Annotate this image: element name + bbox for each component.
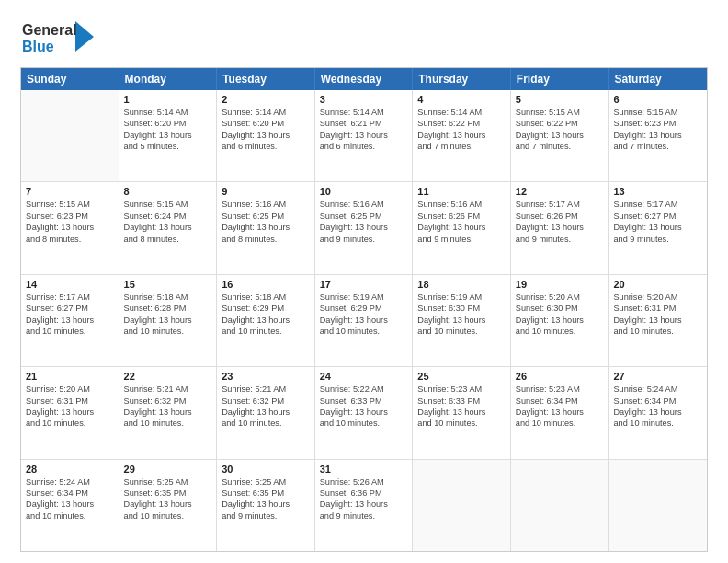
cell-line: Daylight: 13 hours (320, 130, 408, 141)
cell-line: Sunset: 6:36 PM (320, 488, 408, 499)
cell-line: Daylight: 13 hours (613, 130, 702, 141)
cell-line: Daylight: 13 hours (222, 499, 310, 510)
cell-line: Sunrise: 5:17 AM (613, 199, 702, 210)
cell-line: Sunrise: 5:18 AM (222, 292, 310, 303)
calendar-cell-day-25: 25Sunrise: 5:23 AMSunset: 6:33 PMDayligh… (413, 367, 511, 458)
cell-line: Daylight: 13 hours (417, 315, 506, 326)
calendar-cell-day-17: 17Sunrise: 5:19 AMSunset: 6:29 PMDayligh… (315, 275, 414, 366)
svg-marker-0 (75, 21, 94, 52)
cell-line: Sunrise: 5:23 AM (516, 384, 604, 395)
cell-line: Sunset: 6:27 PM (613, 211, 702, 222)
cell-line: Daylight: 13 hours (320, 222, 408, 233)
cell-line: Daylight: 13 hours (26, 499, 114, 510)
cell-line: and 10 minutes. (26, 326, 114, 337)
day-number: 3 (320, 94, 408, 105)
cell-line: Sunrise: 5:25 AM (124, 477, 212, 488)
day-number: 22 (124, 371, 212, 382)
cell-line: and 10 minutes. (320, 326, 408, 337)
cell-line: and 7 minutes. (613, 141, 702, 152)
cell-line: and 9 minutes. (320, 234, 408, 245)
cell-line: Daylight: 13 hours (320, 315, 408, 326)
calendar-cell-day-22: 22Sunrise: 5:21 AMSunset: 6:32 PMDayligh… (119, 367, 218, 458)
cell-line: Sunrise: 5:14 AM (124, 107, 212, 118)
cell-line: Daylight: 13 hours (124, 130, 212, 141)
cell-line: Sunrise: 5:21 AM (124, 384, 212, 395)
cell-line: and 10 minutes. (417, 326, 506, 337)
cell-line: Sunset: 6:30 PM (516, 303, 604, 314)
calendar-row-5: 28Sunrise: 5:24 AMSunset: 6:34 PMDayligh… (21, 460, 707, 551)
cell-line: Sunrise: 5:18 AM (124, 292, 212, 303)
day-number: 10 (320, 186, 408, 197)
cell-line: Sunset: 6:30 PM (417, 303, 506, 314)
cell-line: Sunset: 6:29 PM (222, 303, 310, 314)
day-number: 29 (124, 464, 212, 475)
cell-line: Sunset: 6:28 PM (124, 303, 212, 314)
calendar-cell-empty (511, 460, 609, 551)
calendar-cell-day-7: 7Sunrise: 5:15 AMSunset: 6:23 PMDaylight… (21, 182, 119, 273)
cell-line: Sunset: 6:22 PM (417, 118, 506, 129)
calendar-cell-day-15: 15Sunrise: 5:18 AMSunset: 6:28 PMDayligh… (119, 275, 218, 366)
calendar-cell-day-12: 12Sunrise: 5:17 AMSunset: 6:26 PMDayligh… (511, 182, 609, 273)
calendar-cell-day-9: 9Sunrise: 5:16 AMSunset: 6:25 PMDaylight… (217, 182, 315, 273)
calendar-row-2: 7Sunrise: 5:15 AMSunset: 6:23 PMDaylight… (21, 182, 707, 274)
cell-line: Daylight: 13 hours (222, 222, 310, 233)
cell-line: Sunrise: 5:20 AM (26, 384, 114, 395)
cell-line: Daylight: 13 hours (26, 315, 114, 326)
calendar-cell-day-29: 29Sunrise: 5:25 AMSunset: 6:35 PMDayligh… (119, 460, 218, 551)
day-number: 24 (320, 371, 408, 382)
calendar-row-4: 21Sunrise: 5:20 AMSunset: 6:31 PMDayligh… (21, 367, 707, 459)
cell-line: Daylight: 13 hours (124, 315, 212, 326)
cell-line: Sunset: 6:26 PM (516, 211, 604, 222)
cell-line: Sunrise: 5:25 AM (222, 477, 310, 488)
cell-line: Sunrise: 5:19 AM (417, 292, 506, 303)
calendar-cell-day-30: 30Sunrise: 5:25 AMSunset: 6:35 PMDayligh… (217, 460, 315, 551)
cell-line: and 5 minutes. (124, 141, 212, 152)
cell-line: Sunset: 6:25 PM (320, 211, 408, 222)
header-day-sunday: Sunday (21, 68, 119, 90)
cell-line: Sunset: 6:34 PM (516, 396, 604, 407)
cell-line: Sunrise: 5:17 AM (26, 292, 114, 303)
cell-line: Daylight: 13 hours (613, 315, 702, 326)
calendar-cell-empty (21, 90, 119, 181)
cell-line: and 6 minutes. (222, 141, 310, 152)
header-day-wednesday: Wednesday (315, 68, 414, 90)
cell-line: Sunrise: 5:21 AM (222, 384, 310, 395)
cell-line: Daylight: 13 hours (320, 407, 408, 418)
cell-line: Sunset: 6:25 PM (222, 211, 310, 222)
cell-line: Sunset: 6:23 PM (26, 211, 114, 222)
cell-line: Sunrise: 5:14 AM (222, 107, 310, 118)
cell-line: and 10 minutes. (320, 418, 408, 429)
cell-line: Daylight: 13 hours (613, 222, 702, 233)
cell-line: Daylight: 13 hours (320, 499, 408, 510)
cell-line: Sunrise: 5:14 AM (417, 107, 506, 118)
calendar-cell-empty (609, 460, 707, 551)
calendar-cell-day-27: 27Sunrise: 5:24 AMSunset: 6:34 PMDayligh… (609, 367, 707, 458)
cell-line: and 9 minutes. (613, 234, 702, 245)
calendar-cell-day-24: 24Sunrise: 5:22 AMSunset: 6:33 PMDayligh… (315, 367, 414, 458)
cell-line: Daylight: 13 hours (516, 222, 604, 233)
header: GeneralBlue (20, 17, 708, 58)
logo: GeneralBlue (20, 17, 103, 58)
cell-line: and 10 minutes. (26, 511, 114, 522)
cell-line: Sunrise: 5:16 AM (320, 199, 408, 210)
day-number: 11 (417, 186, 506, 197)
cell-line: Sunrise: 5:22 AM (320, 384, 408, 395)
day-number: 8 (124, 186, 212, 197)
cell-line: Sunrise: 5:20 AM (516, 292, 604, 303)
header-day-tuesday: Tuesday (217, 68, 315, 90)
day-number: 1 (124, 94, 212, 105)
day-number: 9 (222, 186, 310, 197)
cell-line: Daylight: 13 hours (26, 222, 114, 233)
cell-line: and 10 minutes. (222, 418, 310, 429)
svg-text:General: General (22, 22, 77, 38)
cell-line: Daylight: 13 hours (516, 130, 604, 141)
cell-line: and 10 minutes. (124, 326, 212, 337)
cell-line: and 10 minutes. (516, 418, 604, 429)
cell-line: Sunset: 6:33 PM (417, 396, 506, 407)
calendar-cell-day-8: 8Sunrise: 5:15 AMSunset: 6:24 PMDaylight… (119, 182, 218, 273)
calendar: SundayMondayTuesdayWednesdayThursdayFrid… (20, 67, 708, 552)
calendar-cell-day-3: 3Sunrise: 5:14 AMSunset: 6:21 PMDaylight… (315, 90, 414, 181)
calendar-cell-day-18: 18Sunrise: 5:19 AMSunset: 6:30 PMDayligh… (413, 275, 511, 366)
header-day-thursday: Thursday (413, 68, 511, 90)
day-number: 23 (222, 371, 310, 382)
